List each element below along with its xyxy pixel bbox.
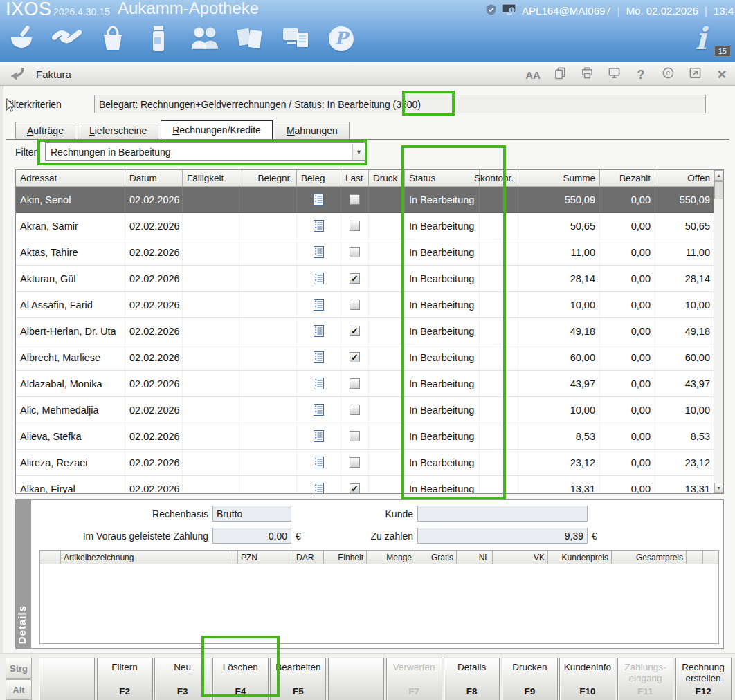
cell-faelligkeit bbox=[183, 187, 239, 213]
strg-key[interactable]: Strg bbox=[6, 658, 32, 679]
filter-dropdown[interactable]: Rechnungen in Bearbeitung ▼ bbox=[45, 142, 366, 161]
font-size-icon[interactable]: AA bbox=[525, 69, 541, 81]
invoice-row[interactable]: Alic, Mehmedaljia02.02.2026In Bearbeitun… bbox=[16, 397, 715, 423]
column-header-adressat[interactable]: Adressat bbox=[16, 170, 125, 187]
info-icon[interactable]: i 15 bbox=[695, 24, 723, 57]
column-header-status[interactable]: Status bbox=[405, 170, 480, 187]
zu-zahlen-field[interactable]: 9,39 bbox=[417, 528, 588, 544]
vorauszahlung-field[interactable]: 0,00 bbox=[212, 528, 291, 544]
tab-rechnungen-kredite[interactable]: Rechnungen/Kredite bbox=[161, 120, 273, 139]
alt-key[interactable]: Alt bbox=[6, 679, 32, 700]
article-column-kundenpreis: Kundenpreis bbox=[548, 551, 612, 564]
beleg-document-icon[interactable] bbox=[314, 273, 324, 284]
column-header-datum[interactable]: Datum bbox=[125, 170, 183, 187]
cell-adressat: Al Assafin, Farid bbox=[16, 292, 125, 318]
tab-lieferscheine[interactable]: Lieferscheine bbox=[78, 122, 158, 139]
beleg-document-icon[interactable] bbox=[314, 483, 324, 493]
neu-button[interactable]: NeuF3 bbox=[154, 658, 210, 700]
invoice-row[interactable]: Albrecht, Marliese02.02.2026✓In Bearbeit… bbox=[16, 344, 715, 371]
scroll-down-button[interactable]: ▼ bbox=[714, 483, 723, 493]
beleg-document-icon[interactable] bbox=[314, 194, 324, 205]
packages-icon[interactable] bbox=[234, 22, 266, 55]
back-button[interactable] bbox=[7, 66, 25, 82]
column-header-bezahlt[interactable]: Bezahlt bbox=[600, 170, 655, 187]
invoice-row[interactable]: Albert-Herlan, Dr. Uta02.02.2026✓In Bear… bbox=[16, 318, 715, 344]
window-export-icon[interactable] bbox=[687, 66, 702, 83]
invoice-row[interactable]: Akin, Senol02.02.2026In Bearbeitung550,0… bbox=[16, 187, 715, 213]
kunde-field[interactable] bbox=[417, 506, 588, 522]
beleg-document-icon[interactable] bbox=[314, 299, 324, 311]
rechnung-erstellen-button[interactable]: RechnungerstellenF12 bbox=[675, 658, 732, 700]
last-checkbox[interactable] bbox=[350, 300, 360, 310]
tab-aufträge[interactable]: Aufträge bbox=[15, 122, 75, 139]
last-checkbox[interactable] bbox=[350, 247, 360, 257]
handshake-icon[interactable] bbox=[51, 22, 83, 55]
invoice-row[interactable]: Alireza, Rezaei02.02.2026In Bearbeitung2… bbox=[16, 450, 715, 476]
e-circle-icon[interactable]: e bbox=[660, 66, 675, 83]
details-side-tab[interactable]: Details bbox=[16, 500, 31, 648]
last-checkbox[interactable]: ✓ bbox=[350, 352, 360, 362]
beleg-document-icon[interactable] bbox=[314, 457, 324, 468]
beleg-document-icon[interactable] bbox=[314, 404, 324, 416]
invoice-row[interactable]: Aldazabal, Monika02.02.2026In Bearbeitun… bbox=[16, 371, 715, 397]
invoice-row[interactable]: Akran, Samir02.02.2026In Bearbeitung50,6… bbox=[16, 213, 715, 239]
column-header-offen[interactable]: Offen bbox=[655, 170, 715, 187]
column-header-summe[interactable]: Summe bbox=[518, 170, 600, 187]
people-icon[interactable] bbox=[188, 22, 220, 55]
details-button[interactable]: DetailsF8 bbox=[444, 658, 500, 700]
help-icon[interactable]: ? bbox=[633, 68, 648, 82]
print-icon[interactable] bbox=[579, 66, 595, 83]
last-checkbox[interactable] bbox=[350, 194, 360, 205]
drucken-button[interactable]: DruckenF9 bbox=[502, 658, 558, 700]
filterkriterien-field[interactable]: Belegart: Rechnungen+Geldverrechnungen /… bbox=[94, 95, 706, 113]
mortar-pestle-icon[interactable] bbox=[6, 22, 37, 55]
loeschen-button[interactable]: LöschenF4 bbox=[212, 658, 269, 700]
last-checkbox[interactable]: ✓ bbox=[350, 483, 360, 493]
rechenbasis-field[interactable]: Brutto bbox=[212, 506, 291, 522]
column-header-last[interactable]: Last bbox=[341, 170, 369, 187]
cell-druck bbox=[369, 239, 405, 266]
last-checkbox[interactable] bbox=[350, 378, 360, 389]
column-header-beleg[interactable]: Beleg bbox=[297, 170, 341, 187]
bag-icon[interactable] bbox=[97, 22, 129, 55]
column-header-skontopr-[interactable]: Skontopr. bbox=[480, 170, 518, 187]
kundeninfo-button[interactable]: KundeninfoF10 bbox=[559, 658, 615, 700]
beleg-document-icon[interactable] bbox=[314, 351, 324, 363]
column-header-fälligkeit[interactable]: Fälligkeit bbox=[183, 170, 239, 187]
last-checkbox[interactable] bbox=[350, 431, 360, 441]
invoice-row[interactable]: Alkan, Firyal02.02.2026✓In Bearbeitung13… bbox=[16, 476, 715, 493]
p-logo-icon[interactable]: P bbox=[325, 22, 357, 55]
last-checkbox[interactable] bbox=[350, 221, 360, 231]
scrollbar-thumb[interactable] bbox=[714, 181, 723, 199]
invoice-row[interactable]: Aktas, Tahire02.02.2026In Bearbeitung11,… bbox=[16, 239, 715, 266]
close-icon[interactable]: ✕ bbox=[714, 67, 729, 82]
cell-offen: 550,09 bbox=[655, 187, 715, 213]
verwerfen-button[interactable]: VerwerfenF7 bbox=[386, 658, 442, 700]
beleg-document-icon[interactable] bbox=[314, 325, 324, 337]
computer-documents-icon[interactable] bbox=[280, 22, 311, 55]
beleg-document-icon[interactable] bbox=[314, 430, 324, 442]
last-checkbox[interactable]: ✓ bbox=[350, 326, 360, 336]
medicine-bottle-icon[interactable] bbox=[143, 22, 174, 55]
beleg-document-icon[interactable] bbox=[314, 246, 324, 258]
filtern-button[interactable]: FilternF2 bbox=[97, 658, 153, 700]
copy-icon[interactable] bbox=[552, 66, 568, 83]
vertical-scrollbar[interactable]: ▲ ▼ bbox=[714, 170, 723, 493]
invoice-row[interactable]: Al Assafin, Farid02.02.2026In Bearbeitun… bbox=[16, 292, 715, 318]
beleg-document-icon[interactable] bbox=[314, 220, 324, 232]
monitor-icon[interactable] bbox=[606, 66, 621, 83]
last-checkbox[interactable]: ✓ bbox=[350, 273, 360, 284]
invoice-row[interactable]: Akturan, Gül02.02.2026✓In Bearbeitung28,… bbox=[16, 266, 715, 292]
chevron-down-icon[interactable]: ▼ bbox=[352, 144, 365, 160]
beleg-document-icon[interactable] bbox=[314, 378, 324, 389]
column-header-belegnr-[interactable]: Belegnr. bbox=[239, 170, 297, 187]
vorauszahlung-currency: € bbox=[296, 531, 301, 542]
last-checkbox[interactable] bbox=[350, 405, 360, 415]
column-header-druck[interactable]: Druck bbox=[369, 170, 405, 187]
bearbeiten-button[interactable]: BearbeitenF5 bbox=[270, 658, 326, 700]
last-checkbox[interactable] bbox=[350, 457, 360, 468]
scroll-up-button[interactable]: ▲ bbox=[714, 170, 723, 181]
zahlungseingang-button[interactable]: Zahlungs-eingangF11 bbox=[617, 658, 673, 700]
tab-mahnungen[interactable]: Mahnungen bbox=[275, 122, 350, 139]
invoice-row[interactable]: Alieva, Stefka02.02.2026In Bearbeitung8,… bbox=[16, 423, 715, 450]
